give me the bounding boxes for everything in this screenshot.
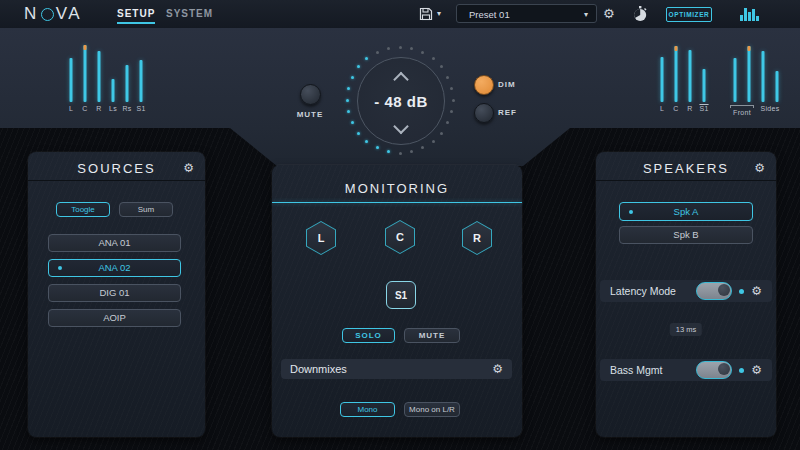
sources-title-row: SOURCES ⚙	[28, 152, 205, 176]
bass-toggle[interactable]	[696, 361, 732, 379]
meter-bar	[661, 57, 664, 102]
toggle-knob	[718, 284, 730, 296]
bass-mgmt-label: Bass Mgmt	[610, 364, 689, 376]
dim-label: DIM	[498, 80, 516, 89]
input-meters: LCRLsRsS1	[64, 45, 148, 112]
top-bar: NVA SETUP SYSTEM ▾ Preset 01 ▾ ⚙ OPTIMIZ…	[0, 0, 800, 29]
speakers-separator	[596, 180, 776, 181]
meter-label: R	[683, 105, 697, 112]
tab-setup[interactable]: SETUP	[117, 0, 155, 28]
channel-button-r[interactable]: R	[462, 221, 492, 255]
meter-label: S1	[697, 105, 711, 112]
latency-mode-label: Latency Mode	[610, 285, 689, 297]
mute-label: MUTE	[291, 110, 329, 119]
monitoring-panel: MONITORING L C R S1 SOLO MUTE Downmixes …	[272, 165, 522, 437]
meter-bar	[140, 60, 143, 102]
meter-bar	[734, 58, 737, 102]
meter-label: L	[64, 105, 78, 112]
bass-mgmt-row: Bass Mgmt ⚙	[600, 359, 772, 381]
meter-bar	[762, 51, 765, 102]
dim-button[interactable]	[474, 75, 494, 95]
bass-active-dot	[739, 368, 744, 373]
speakers-title: SPEAKERS	[643, 161, 729, 176]
meter-bar	[70, 58, 73, 102]
source-item-dig01[interactable]: DIG 01	[48, 284, 181, 302]
speaker-b-button[interactable]: Spk B	[619, 226, 753, 244]
downmix-mono-lr-button[interactable]: Mono on L/R	[404, 402, 460, 417]
meter-bar	[776, 71, 779, 102]
downmixes-gear-icon[interactable]: ⚙	[492, 363, 503, 375]
channel-button-c[interactable]: C	[385, 220, 415, 254]
source-item-aoip[interactable]: AOIP	[48, 309, 181, 327]
speakers-title-row: SPEAKERS ⚙	[596, 152, 776, 176]
ref-label: REF	[498, 108, 517, 117]
meter-label: L	[655, 105, 669, 112]
solo-button[interactable]: SOLO	[342, 328, 395, 343]
meter-bars-icon[interactable]	[740, 7, 762, 21]
meter-label: Ls	[106, 105, 120, 112]
channel-label: C	[396, 231, 404, 243]
preset-caret-icon: ▾	[584, 5, 588, 24]
monitoring-title-row: MONITORING	[272, 165, 522, 196]
speakers-gear-icon[interactable]: ⚙	[754, 162, 767, 174]
mute-button[interactable]	[300, 84, 321, 105]
chevron-up-icon[interactable]	[393, 72, 409, 88]
output-meters-channels: LCRS1	[655, 45, 711, 112]
source-mode-sum[interactable]: Sum	[119, 202, 173, 217]
meter-bar	[98, 51, 101, 102]
downmixes-header: Downmixes ⚙	[281, 359, 512, 379]
toggle-knob	[718, 363, 730, 375]
channel-label: L	[318, 232, 325, 244]
latency-toggle[interactable]	[696, 282, 732, 300]
meter-bar	[112, 79, 115, 102]
latency-active-dot	[739, 289, 744, 294]
meter-label: Rs	[120, 105, 134, 112]
source-item-ana02[interactable]: ANA 02	[48, 259, 181, 277]
monitoring-title: MONITORING	[345, 181, 449, 196]
logo-text-post: VA	[56, 4, 82, 24]
source-mode-toggle[interactable]: Toogle	[56, 202, 110, 217]
speaker-label: Spk A	[674, 206, 699, 217]
meter-label: Front	[728, 105, 756, 116]
bass-gear-icon[interactable]: ⚙	[751, 364, 762, 376]
source-item-label: ANA 02	[98, 262, 130, 273]
volume-knob[interactable]: - 48 dB	[357, 57, 445, 145]
meter-bar	[748, 46, 751, 102]
volume-readout: - 48 dB	[358, 93, 444, 110]
meter-bar	[126, 65, 129, 102]
tab-system[interactable]: SYSTEM	[166, 0, 213, 28]
nova-monitor-app: NVA SETUP SYSTEM ▾ Preset 01 ▾ ⚙ OPTIMIZ…	[0, 0, 800, 450]
channel-button-l[interactable]: L	[306, 221, 336, 255]
meter-label: C	[78, 105, 92, 112]
latency-gear-icon[interactable]: ⚙	[751, 285, 762, 297]
chevron-down-icon[interactable]	[393, 119, 409, 135]
speakers-panel: SPEAKERS ⚙ Spk A Spk B Latency Mode ⚙ 13…	[596, 152, 776, 437]
sources-title: SOURCES	[77, 161, 155, 176]
latency-mode-row: Latency Mode ⚙	[600, 280, 772, 302]
meter-bar	[703, 69, 706, 102]
meter-bar	[84, 45, 87, 102]
save-caret-icon[interactable]: ▾	[437, 0, 441, 28]
source-item-ana01[interactable]: ANA 01	[48, 234, 181, 252]
ref-button[interactable]	[474, 103, 494, 123]
meter-label: R	[92, 105, 106, 112]
save-preset-icon[interactable]	[418, 6, 434, 22]
logo-text-pre: N	[24, 4, 39, 24]
monitor-mute-button[interactable]: MUTE	[404, 328, 460, 343]
preset-select[interactable]: Preset 01 ▾	[456, 4, 597, 23]
meter-label: S1	[134, 105, 148, 112]
channel-button-s1[interactable]: S1	[386, 281, 416, 309]
selected-dot	[58, 266, 62, 270]
monitoring-separator	[272, 202, 522, 203]
sources-gear-icon[interactable]: ⚙	[183, 162, 196, 174]
speaker-a-button[interactable]: Spk A	[619, 202, 753, 221]
settings-gear-icon[interactable]: ⚙	[603, 7, 615, 20]
preset-value: Preset 01	[469, 9, 510, 20]
optimizer-button[interactable]: OPTIMIZER	[666, 7, 712, 22]
logo-o-circle-icon	[41, 8, 54, 21]
selected-dot	[629, 210, 633, 214]
output-meters-groups: FrontSides	[728, 45, 784, 116]
downmix-mono-button[interactable]: Mono	[340, 402, 395, 417]
meter-label: Sides	[756, 105, 784, 116]
stopwatch-icon[interactable]	[631, 5, 649, 23]
